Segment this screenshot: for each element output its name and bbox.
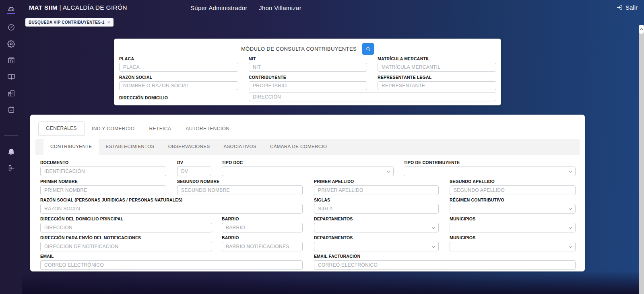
subtab-contribuyente[interactable]: CONTRIBUYENTE bbox=[43, 139, 99, 155]
razon-social-form-input[interactable] bbox=[40, 204, 303, 214]
buildings-icon[interactable] bbox=[0, 89, 22, 97]
placa-input[interactable] bbox=[119, 63, 238, 72]
brand-bold: MAT SIIM bbox=[29, 4, 58, 11]
departamentos-notificaciones-select[interactable] bbox=[314, 242, 439, 251]
logout-button[interactable]: Salir bbox=[616, 4, 638, 11]
subtab-observaciones[interactable]: OBSERVACIONES bbox=[161, 139, 217, 155]
brand-name: ALCALDÍA DE GIRÓN bbox=[63, 4, 127, 11]
user-role: Súper Administrador bbox=[190, 4, 248, 11]
primer-apellido-label: PRIMER APELLIDO bbox=[314, 179, 439, 184]
open-book-icon[interactable] bbox=[0, 73, 22, 81]
subtab-asociativos[interactable]: ASOCIATIVOS bbox=[217, 139, 263, 155]
email-facturacion-label: EMAIL FACTURACIÓN bbox=[314, 254, 576, 259]
subtab-camara-de-comercio[interactable]: CÁMARA DE COMERCIO bbox=[263, 139, 334, 155]
tab-ind-y-comercio[interactable]: IND Y COMERCIO bbox=[85, 122, 142, 136]
tab-autoretencion[interactable]: AUTORETENCIÓN bbox=[178, 122, 237, 136]
email-facturacion-input[interactable] bbox=[314, 260, 576, 270]
sub-tab-bar: CONTRIBUYENTE ESTABLECIMIENTOS OBSERVACI… bbox=[35, 139, 580, 155]
logout-icon[interactable] bbox=[0, 164, 22, 172]
tipo-contribuyente-label: TIPO DE CONTRIBUYENTE bbox=[404, 160, 576, 165]
primer-nombre-input[interactable] bbox=[40, 185, 166, 195]
tipo-doc-label: TIPO DOC bbox=[222, 160, 394, 165]
tipo-doc-select[interactable] bbox=[222, 167, 394, 176]
user-name[interactable]: Jhon Villamizar bbox=[259, 4, 301, 11]
scroll-up-button[interactable] bbox=[639, 25, 644, 34]
brand-separator: | bbox=[60, 4, 61, 11]
app-brand: MAT SIIM | ALCALDÍA DE GIRÓN bbox=[29, 4, 127, 11]
contribuyente-input[interactable] bbox=[249, 81, 367, 90]
direccion-principal-input[interactable] bbox=[40, 223, 212, 232]
sidebar bbox=[0, 0, 22, 294]
search-button[interactable] bbox=[362, 43, 374, 55]
search-icon bbox=[365, 46, 371, 52]
municipios-principal-select[interactable] bbox=[450, 223, 576, 232]
primer-apellido-input[interactable] bbox=[314, 185, 439, 195]
primer-nombre-label: PRIMER NOMBRE bbox=[40, 179, 166, 184]
settings-gear-icon[interactable] bbox=[0, 40, 22, 48]
segundo-nombre-input[interactable] bbox=[177, 185, 303, 195]
notifications-bell-icon[interactable] bbox=[0, 148, 22, 156]
municipios-principal-label: MUNICIPIOS bbox=[450, 216, 576, 221]
razon-social-juridicas-label: RAZÓN SOCIAL (PERSONAS JURIDICAS / PERSO… bbox=[40, 197, 303, 202]
tab-reteica[interactable]: RETEICA bbox=[142, 122, 178, 136]
window-tab-label: BUSQUEDA VIP CONTRIBUYENTES-1 bbox=[29, 20, 105, 25]
barrio-principal-label: BARRIO bbox=[222, 216, 303, 221]
direccion-notificaciones-label: DIRECCIÓN PARA ENVÍO DEL NOTIFICACIONES bbox=[40, 235, 212, 240]
main-tab-bar: GENERALES IND Y COMERCIO RETEICA AUTORET… bbox=[30, 115, 585, 136]
razon-social-label: RAZÓN SOCIAL bbox=[119, 75, 238, 80]
consulta-contribuyentes-card: MÓDULO DE CONSULTA CONTRIBUYENTES PLACA … bbox=[114, 39, 501, 105]
documento-input[interactable] bbox=[40, 167, 166, 176]
matricula-input[interactable] bbox=[378, 63, 496, 72]
direccion-domicilio-input[interactable] bbox=[249, 93, 496, 101]
siglas-label: SIGLAS bbox=[314, 197, 439, 202]
search-card-title: MÓDULO DE CONSULTA CONTRIBUYENTES bbox=[241, 46, 357, 52]
representante-input[interactable] bbox=[378, 81, 496, 90]
siglas-input[interactable] bbox=[314, 204, 439, 214]
close-icon[interactable]: × bbox=[107, 20, 110, 25]
logout-label: Salir bbox=[625, 4, 638, 11]
segundo-apellido-input[interactable] bbox=[450, 185, 576, 195]
contribuyente-label: CONTRIBUYENTE bbox=[249, 75, 367, 80]
segundo-nombre-label: SEGUNDO NOMBRE bbox=[177, 179, 303, 184]
vertical-scrollbar[interactable] bbox=[639, 25, 644, 294]
logo-accent-bar bbox=[7, 13, 15, 14]
subtab-establecimientos[interactable]: ESTABLECIMIENTOS bbox=[99, 139, 161, 155]
departamentos-notificaciones-label: DEPARTAMENTOS bbox=[314, 235, 439, 240]
email-input[interactable] bbox=[40, 260, 303, 270]
segundo-apellido-label: SEGUNDO APELLIDO bbox=[450, 179, 576, 184]
departamentos-principal-label: DEPARTAMENTOS bbox=[314, 216, 439, 221]
regimen-contributivo-select[interactable] bbox=[450, 204, 576, 214]
window-tab-busqueda-vip[interactable]: BUSQUEDA VIP CONTRIBUYENTES-1 × bbox=[25, 18, 114, 27]
logout-arrow-icon bbox=[616, 4, 623, 11]
matricula-label: MATRÍCULA MERCANTIL bbox=[378, 56, 496, 61]
dv-label: DV bbox=[177, 160, 211, 165]
placa-label: PLACA bbox=[119, 56, 238, 61]
barrio-notificaciones-label: BARRIO bbox=[222, 235, 303, 240]
arch-monument-icon[interactable] bbox=[0, 56, 22, 64]
nit-label: NIT bbox=[249, 56, 367, 61]
departamentos-principal-select[interactable] bbox=[314, 223, 439, 232]
email-label: EMAIL bbox=[40, 254, 303, 259]
regimen-contributivo-label: RÉGIMEN CONTRIBUTIVO bbox=[450, 197, 576, 202]
tipo-contribuyente-select[interactable] bbox=[404, 167, 576, 176]
app-logo-car-icon[interactable] bbox=[0, 5, 22, 13]
direccion-domicilio-label: DIRECCIÓN DOMICILIO bbox=[119, 95, 240, 100]
clipboard-icon[interactable] bbox=[0, 106, 22, 114]
municipios-notificaciones-select[interactable] bbox=[450, 242, 576, 251]
documento-label: DOCUMENTO bbox=[40, 160, 166, 165]
contribuyente-detail-card: GENERALES IND Y COMERCIO RETEICA AUTORET… bbox=[30, 115, 585, 271]
dashboard-gauge-icon[interactable] bbox=[0, 23, 22, 31]
dv-input[interactable] bbox=[177, 167, 211, 176]
direccion-principal-label: DIRECCIÓN DEL DOMICILIO PRINCIPAL bbox=[40, 216, 212, 221]
nit-input[interactable] bbox=[249, 63, 367, 72]
tab-generales[interactable]: GENERALES bbox=[38, 121, 85, 136]
direccion-notificaciones-input[interactable] bbox=[40, 242, 212, 251]
sidebar-divider bbox=[4, 135, 18, 136]
barrio-principal-input[interactable] bbox=[222, 223, 303, 232]
razon-social-input[interactable] bbox=[119, 81, 238, 90]
bottom-gradient bbox=[0, 271, 639, 294]
chevron-up-icon bbox=[640, 28, 643, 31]
representante-label: REPRESENTANTE LEGAL bbox=[378, 75, 496, 80]
barrio-notificaciones-input[interactable] bbox=[222, 242, 303, 251]
municipios-notificaciones-label: MUNICIPIOS bbox=[450, 235, 576, 240]
